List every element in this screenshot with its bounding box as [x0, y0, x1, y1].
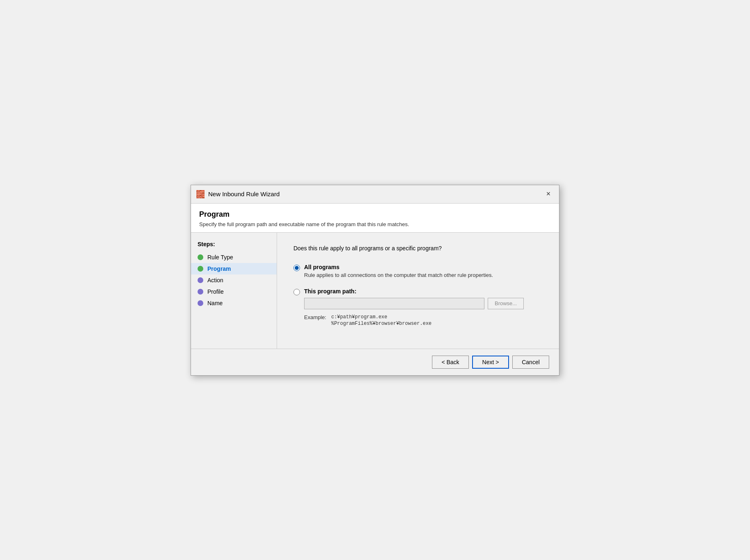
- path-input-row: Browse...: [304, 298, 524, 309]
- next-button[interactable]: Next >: [472, 356, 509, 369]
- window-title: New Inbound Rule Wizard: [208, 190, 280, 197]
- sidebar: Steps: Rule Type Program Action Profile …: [191, 233, 277, 349]
- step-label-program: Program: [207, 265, 231, 272]
- this-program-radio[interactable]: [293, 289, 300, 295]
- step-label-rule-type: Rule Type: [207, 254, 233, 261]
- this-program-content: This program path: Browse... Example: c:…: [304, 288, 524, 326]
- sidebar-item-name[interactable]: Name: [191, 297, 277, 309]
- page-subtitle: Specify the full program path and execut…: [199, 221, 551, 227]
- example-path-2: %ProgramFiles%¥browser¥browser.exe: [331, 321, 432, 326]
- dialog-window: 🧱 New Inbound Rule Wizard × Program Spec…: [191, 185, 559, 376]
- browse-button[interactable]: Browse...: [488, 298, 524, 309]
- this-program-option[interactable]: This program path: Browse... Example: c:…: [293, 288, 543, 326]
- path-section: Browse... Example: c:¥path¥program.exe %…: [304, 298, 524, 326]
- example-path-1: c:¥path¥program.exe: [331, 314, 432, 320]
- sidebar-item-rule-type[interactable]: Rule Type: [191, 252, 277, 263]
- all-programs-radio[interactable]: [293, 265, 300, 271]
- step-label-profile: Profile: [207, 288, 224, 295]
- this-program-label: This program path:: [304, 288, 524, 295]
- step-label-action: Action: [207, 277, 223, 283]
- main-content: Does this rule apply to all programs or …: [277, 233, 559, 349]
- step-dot-profile: [198, 289, 203, 295]
- example-label: Example:: [304, 314, 326, 326]
- body-section: Steps: Rule Type Program Action Profile …: [191, 233, 559, 349]
- step-dot-rule-type: [198, 254, 203, 260]
- header-section: Program Specify the full program path an…: [191, 204, 559, 233]
- all-programs-label: All programs: [304, 264, 493, 270]
- all-programs-desc: Rule applies to all connections on the c…: [304, 272, 493, 278]
- example-row: Example: c:¥path¥program.exe %ProgramFil…: [304, 314, 524, 326]
- sidebar-item-profile[interactable]: Profile: [191, 286, 277, 297]
- footer-section: < Back Next > Cancel: [191, 349, 559, 375]
- cancel-button[interactable]: Cancel: [512, 356, 549, 369]
- back-button[interactable]: < Back: [432, 356, 469, 369]
- close-button[interactable]: ×: [543, 188, 554, 200]
- steps-label: Steps:: [191, 241, 277, 252]
- window-icon: 🧱: [196, 190, 205, 199]
- all-programs-content: All programs Rule applies to all connect…: [304, 264, 493, 278]
- step-dot-name: [198, 300, 203, 306]
- path-input[interactable]: [304, 298, 484, 309]
- step-dot-action: [198, 277, 203, 283]
- title-bar: 🧱 New Inbound Rule Wizard ×: [191, 185, 559, 204]
- question-text: Does this rule apply to all programs or …: [293, 245, 543, 252]
- sidebar-item-action[interactable]: Action: [191, 274, 277, 286]
- title-bar-left: 🧱 New Inbound Rule Wizard: [196, 190, 280, 199]
- page-title: Program: [199, 210, 551, 219]
- all-programs-option[interactable]: All programs Rule applies to all connect…: [293, 264, 543, 278]
- sidebar-item-program[interactable]: Program: [191, 263, 277, 274]
- step-label-name: Name: [207, 300, 223, 306]
- step-dot-program: [198, 266, 203, 272]
- example-paths: c:¥path¥program.exe %ProgramFiles%¥brows…: [331, 314, 432, 326]
